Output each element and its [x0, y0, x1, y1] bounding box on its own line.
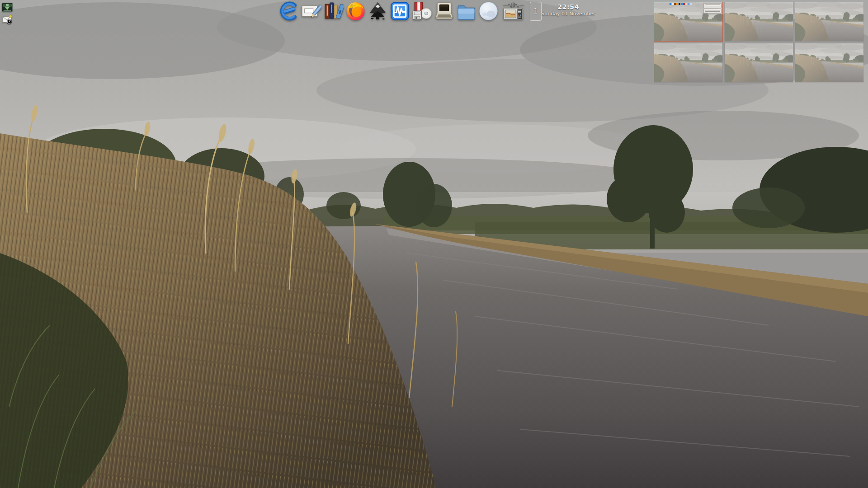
download-arrow-icon — [2, 2, 13, 13]
blue-ring-launcher-icon — [279, 1, 299, 21]
radio-player-icon — [500, 1, 527, 21]
mail-clock-icon — [2, 14, 13, 25]
workspace-preview-5[interactable] — [725, 43, 793, 82]
dock-item-file-manager[interactable] — [456, 1, 476, 21]
dock-item-inkscape[interactable] — [368, 1, 388, 21]
retro-terminal-icon — [434, 1, 454, 21]
clock-time: 22:54 — [541, 3, 596, 11]
mini-pager-preview — [703, 9, 722, 14]
system-monitor-icon — [390, 1, 410, 21]
pager-dim-overlay — [725, 43, 793, 82]
software-media-icon — [412, 1, 432, 21]
dock-item-ring-launcher[interactable] — [279, 1, 299, 21]
pager-dim-overlay — [795, 2, 863, 41]
pager-dim-overlay — [725, 2, 793, 41]
workspace-preview-1[interactable] — [654, 2, 722, 41]
mail-tray-button[interactable] — [2, 14, 13, 25]
firefox-icon — [345, 1, 366, 21]
dock-item-firefox[interactable] — [345, 1, 366, 21]
clock-date: Sunday 01 November — [541, 11, 596, 17]
annotate-window-pencil-icon — [301, 1, 321, 21]
clock[interactable]: 22:54 Sunday 01 November — [541, 3, 596, 17]
download-tray-button[interactable] — [2, 2, 13, 13]
workspace-preview-6[interactable] — [795, 43, 863, 82]
dock-item-annotate[interactable] — [301, 1, 321, 21]
dock-item-calibre[interactable] — [323, 1, 344, 21]
dock-item-radio[interactable] — [500, 1, 527, 21]
pager-dim-overlay — [795, 43, 863, 82]
dock — [279, 0, 527, 21]
dock-item-software-media[interactable] — [412, 1, 432, 21]
dock-item-retro-terminal[interactable] — [434, 1, 454, 21]
workspace-pager — [654, 2, 863, 82]
workspace-preview-4[interactable] — [654, 43, 722, 82]
workspace-indicator[interactable]: 1 — [530, 2, 542, 21]
dock-item-system-monitor[interactable] — [390, 1, 410, 21]
pager-dim-overlay — [654, 43, 722, 82]
mini-dock-preview — [670, 3, 692, 5]
tray — [2, 2, 13, 25]
pale-moon-browser-icon — [478, 1, 499, 21]
workspace-preview-3[interactable] — [795, 2, 863, 41]
workspace-number: 1 — [533, 7, 538, 15]
mini-pager-preview — [703, 3, 722, 8]
dock-item-pale-moon[interactable] — [478, 1, 499, 21]
workspace-preview-2[interactable] — [725, 2, 793, 41]
inkscape-icon — [368, 1, 388, 21]
file-manager-folder-icon — [456, 1, 476, 21]
calibre-books-icon — [323, 1, 344, 21]
